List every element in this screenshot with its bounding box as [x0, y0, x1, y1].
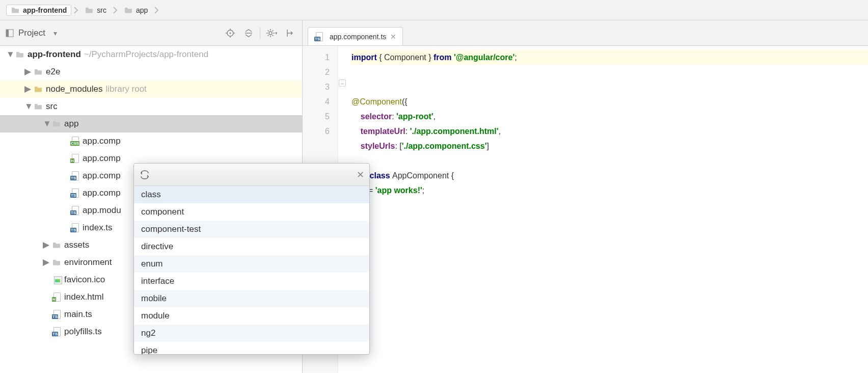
- popup-item-component[interactable]: component: [134, 203, 369, 221]
- tree-label: main.ts: [64, 306, 92, 323]
- generator-popup: ✕ classcomponentcomponent-testdirectivee…: [133, 163, 370, 355]
- tree-item[interactable]: CSSapp.comp: [0, 132, 302, 150]
- tree-label: environment: [64, 254, 112, 271]
- svg-rect-1: [6, 30, 9, 37]
- hide-icon[interactable]: [283, 26, 297, 40]
- tree-label: app.comp: [83, 167, 121, 184]
- chevron-right-icon: ▶: [43, 254, 52, 271]
- breadcrumb-label: app: [136, 6, 148, 14]
- popup-item-interface[interactable]: interface: [134, 273, 369, 290]
- chevron-down-icon: ▼: [24, 98, 34, 115]
- chevron-right-icon: [113, 7, 118, 14]
- tree-label: app.comp: [83, 132, 121, 150]
- code-area[interactable]: import { Component } from '@angular/core…: [347, 46, 868, 373]
- close-icon[interactable]: ✕: [357, 169, 364, 180]
- line-number: 2: [303, 65, 330, 79]
- main-split: Project ▾ ▾ ▼ app-frontend ~/PycharmProj…: [0, 20, 868, 373]
- folder-icon: [52, 259, 64, 266]
- tree-label: app-frontend: [28, 46, 81, 63]
- tree-label: e2e: [46, 63, 60, 81]
- line-number: 6: [303, 124, 330, 139]
- folder-icon: [52, 242, 64, 249]
- chevron-down-icon: ▼: [43, 115, 52, 132]
- editor-body: 123456 – import { Component } from '@ang…: [303, 46, 868, 373]
- chevron-right-icon: ▶: [24, 81, 34, 98]
- popup-item-class[interactable]: class: [134, 186, 369, 203]
- chevron-right-icon: ▶: [24, 63, 34, 81]
- folder-icon: [34, 68, 46, 75]
- chevron-down-icon: ▼: [6, 46, 15, 63]
- editor-tab[interactable]: TS app.component.ts ✕: [308, 27, 403, 45]
- project-sidebar: Project ▾ ▾ ▼ app-frontend ~/PycharmProj…: [0, 20, 303, 373]
- tree-label: node_modules: [46, 81, 103, 98]
- svg-point-5: [269, 32, 272, 35]
- tree-label: app.comp: [83, 184, 121, 202]
- tree-label: app: [64, 115, 78, 132]
- ts-file-icon: TS: [52, 327, 63, 336]
- breadcrumb: app-frontend src app: [0, 0, 868, 20]
- breadcrumb-item-app[interactable]: app: [120, 5, 152, 15]
- tree-item[interactable]: ▶node_moduleslibrary root: [0, 81, 302, 98]
- tree-label: polyfills.ts: [64, 323, 102, 340]
- editor-tabbar: TS app.component.ts ✕: [303, 20, 868, 46]
- ts-file-icon: TS: [70, 223, 82, 232]
- folder-icon: [124, 7, 133, 14]
- tree-item[interactable]: ▼app: [0, 115, 302, 132]
- image-file-icon: [52, 275, 63, 284]
- tree-suffix: library root: [106, 81, 147, 98]
- tree-path: ~/PycharmProjects/app-frontend: [84, 46, 208, 63]
- popup-item-component-test[interactable]: component-test: [134, 221, 369, 238]
- tree-label: src: [46, 98, 58, 115]
- folder-icon: [85, 7, 94, 14]
- folder-icon: [34, 103, 46, 110]
- ts-file-icon: TS: [52, 310, 63, 319]
- folder-icon: [52, 120, 64, 127]
- popup-item-ng2[interactable]: ng2: [134, 325, 369, 342]
- dropdown-icon[interactable]: ▾: [53, 29, 57, 37]
- tree-root[interactable]: ▼ app-frontend ~/PycharmProjects/app-fro…: [0, 46, 302, 63]
- tab-label: app.component.ts: [330, 33, 386, 41]
- popup-item-module[interactable]: module: [134, 307, 369, 325]
- popup-item-pipe[interactable]: pipe: [134, 342, 369, 354]
- sidebar-header: Project ▾ ▾: [0, 20, 302, 46]
- tree-label: index.ts: [83, 219, 113, 236]
- svg-point-3: [230, 32, 231, 34]
- h-file-icon: H: [52, 292, 63, 302]
- breadcrumb-label: src: [97, 6, 106, 14]
- tree-label: favicon.ico: [64, 271, 105, 288]
- chevron-right-icon: [73, 7, 78, 14]
- tree-label: assets: [64, 236, 89, 254]
- folder-icon: [34, 86, 46, 93]
- ts-file-icon: TS: [70, 171, 82, 180]
- popup-item-enum[interactable]: enum: [134, 255, 369, 273]
- editor-pane: TS app.component.ts ✕ 123456 – import { …: [303, 20, 868, 373]
- popup-item-directive[interactable]: directive: [134, 238, 369, 255]
- target-icon[interactable]: [223, 26, 237, 40]
- fold-icon[interactable]: –: [339, 79, 346, 87]
- ts-file-icon: TS: [70, 189, 82, 198]
- tree-item[interactable]: ▼src: [0, 98, 302, 115]
- popup-list: classcomponentcomponent-testdirectiveenu…: [134, 186, 369, 354]
- chevron-right-icon: [154, 7, 159, 14]
- close-icon[interactable]: ✕: [390, 33, 396, 41]
- ts-file-icon: TS: [70, 206, 82, 215]
- tree-label: index.html: [64, 288, 103, 306]
- project-view-icon[interactable]: [5, 29, 14, 38]
- breadcrumb-label: app-frontend: [23, 6, 67, 14]
- line-number: 4: [303, 94, 330, 109]
- popup-header: ✕: [134, 164, 369, 186]
- gear-icon[interactable]: ▾: [264, 26, 279, 40]
- line-number: 1: [303, 50, 330, 65]
- ts-file-icon: TS: [314, 32, 326, 41]
- breadcrumb-item-root[interactable]: app-frontend: [6, 5, 71, 16]
- sidebar-title: Project: [18, 28, 45, 38]
- refresh-icon[interactable]: [139, 169, 150, 180]
- line-number: 5: [303, 109, 330, 124]
- folder-icon: [15, 51, 28, 58]
- folder-icon: [11, 7, 20, 14]
- breadcrumb-item-src[interactable]: src: [80, 5, 111, 15]
- tree-label: app.comp: [83, 150, 121, 167]
- collapse-icon[interactable]: [241, 26, 256, 40]
- tree-item[interactable]: ▶e2e: [0, 63, 302, 81]
- popup-item-mobile[interactable]: mobile: [134, 290, 369, 307]
